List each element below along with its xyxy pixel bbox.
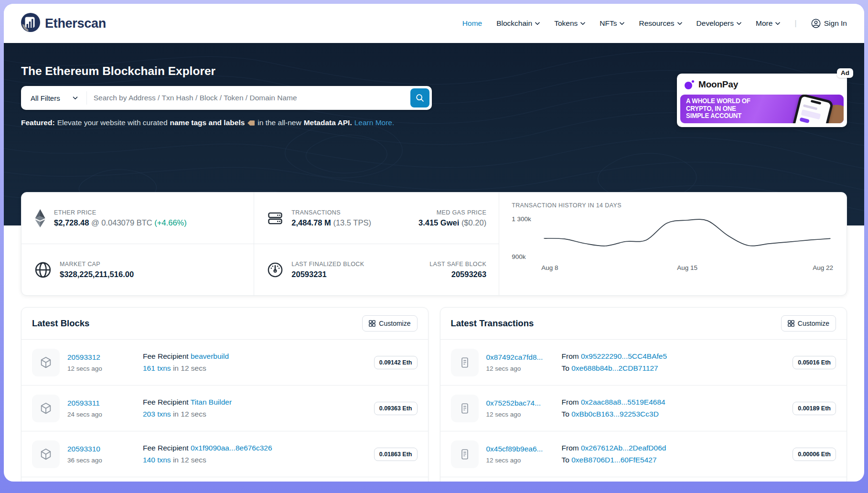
block-number-link[interactable]: 20593311 [67, 399, 100, 407]
block-time: 24 secs ago [67, 411, 143, 418]
customize-blocks-button[interactable]: Customize [362, 315, 417, 332]
last-finalized-block-value[interactable]: 20593231 [291, 270, 364, 279]
chart-title: TRANSACTION HISTORY IN 14 DAYS [512, 202, 833, 209]
block-row: 20593312 12 secs ago Fee Recipient beave… [21, 340, 428, 386]
txn-amount-badge: 0.00189 Eth [793, 402, 836, 415]
block-txns-link[interactable]: 161 txns [143, 364, 171, 372]
featured-label: Featured: [21, 118, 55, 127]
etherscan-logo[interactable]: Etherscan [21, 13, 106, 34]
nav-more[interactable]: More [756, 19, 780, 28]
brand-name: Etherscan [45, 16, 106, 31]
nav-resources[interactable]: Resources [639, 19, 682, 28]
chevron-down-icon [580, 22, 585, 25]
y-axis-min-label: 900k [512, 253, 525, 260]
search-input[interactable] [87, 94, 410, 102]
txn-time: 12 secs ago [486, 365, 562, 372]
moonpay-ad[interactable]: Ad MoonPay A WHOLE WORLD OF CRYPTO, IN O… [677, 74, 847, 127]
moonpay-logo-icon [684, 79, 695, 90]
network-stats-card: ETHER PRICE $2,728.48 @ 0.043079 BTC (+4… [21, 192, 847, 296]
search-button[interactable] [410, 88, 429, 107]
x-tick-aug15: Aug 15 [677, 264, 697, 271]
ad-phone-image [787, 95, 834, 123]
fee-recipient-link[interactable]: beaverbuild [191, 352, 229, 360]
chart-x-axis: Aug 8 Aug 15 Aug 22 [541, 263, 833, 273]
chevron-down-icon [620, 22, 624, 25]
txn-to-link[interactable]: 0xBb0cB163...92253Cc3D [571, 410, 659, 418]
transaction-history-chart: 1 300k 900k [512, 215, 833, 261]
person-circle-icon [811, 19, 821, 28]
block-reward-badge: 0.01863 Eth [374, 448, 418, 461]
x-tick-aug8: Aug 8 [541, 264, 558, 271]
main-nav: Home Blockchain Tokens NFTs Resources De… [462, 19, 847, 28]
block-number-link[interactable]: 20593310 [67, 445, 100, 453]
stats-column-price: ETHER PRICE $2,728.48 @ 0.043079 BTC (+4… [21, 193, 254, 295]
nav-nfts[interactable]: NFTs [600, 19, 624, 28]
latest-transactions-panel: Latest Transactions Customize 0x87492ca7… [440, 307, 847, 482]
transactions-label: TRANSACTIONS [291, 209, 371, 216]
page-title: The Ethereum Blockchain Explorer [21, 64, 677, 78]
last-finalized-block-label: LAST FINALIZED BLOCK [291, 261, 364, 268]
transaction-document-icon [451, 395, 479, 422]
block-row: 20593310 36 secs ago Fee Recipient 0x1f9… [21, 431, 428, 477]
ethereum-icon [34, 209, 46, 228]
customize-transactions-button[interactable]: Customize [781, 315, 836, 332]
transaction-row: 0x87492ca7fd8... 12 secs ago From 0x9522… [440, 340, 847, 386]
txn-time: 12 secs ago [486, 411, 562, 418]
block-number-link[interactable]: 20593312 [67, 353, 100, 361]
fee-recipient-link[interactable]: 0x1f9090aa...8e676c326 [191, 444, 272, 452]
learn-more-link[interactable]: Learn More. [354, 118, 395, 127]
txn-from-link[interactable]: 0x267612Ab...2DeafD06d [581, 444, 666, 452]
txn-from-link[interactable]: 0x2aac88a8...5519E4684 [581, 398, 665, 406]
transaction-document-icon [451, 349, 479, 376]
latest-blocks-title: Latest Blocks [32, 318, 89, 329]
ether-price-btc: @ 0.043079 BTC [91, 218, 152, 227]
txn-hash-link[interactable]: 0x87492ca7fd8... [486, 353, 543, 361]
nav-home[interactable]: Home [462, 19, 482, 28]
last-safe-block-value[interactable]: 20593263 [429, 270, 486, 279]
blocks-cell: LAST FINALIZED BLOCK 20593231 LAST SAFE … [254, 244, 499, 295]
chevron-down-icon [677, 22, 682, 25]
med-gas-price-label: MED GAS PRICE [418, 209, 486, 216]
ether-price-value: $2,728.48 @ 0.043079 BTC (+4.66%) [54, 218, 187, 227]
moonpay-logo: MoonPay [677, 74, 847, 95]
txn-from-link[interactable]: 0x95222290...5CC4BAfe5 [581, 352, 667, 360]
chart-line [541, 215, 833, 261]
transactions-value: 2,484.78 M (13.5 TPS) [291, 218, 371, 227]
block-row: 20593311 24 secs ago Fee Recipient Titan… [21, 386, 428, 431]
main-content: ETHER PRICE $2,728.48 @ 0.043079 BTC (+4… [4, 192, 864, 482]
fee-recipient-link[interactable]: Titan Builder [191, 398, 232, 406]
transaction-row: 0x45cf89b9ea6... 12 secs ago From 0x2676… [440, 431, 847, 477]
txn-hash-link[interactable]: 0x75252bac74... [486, 399, 541, 407]
panels-row: Latest Blocks Customize 20593312 12 secs… [21, 307, 847, 482]
txn-to-link[interactable]: 0xe688b84b...2CDB71127 [571, 364, 658, 372]
stats-column-chart: TRANSACTION HISTORY IN 14 DAYS 1 300k 90… [499, 193, 847, 295]
transactions-cell: TRANSACTIONS 2,484.78 M (13.5 TPS) MED G… [254, 193, 499, 244]
tag-icon [247, 120, 255, 126]
last-safe-block-label: LAST SAFE BLOCK [429, 261, 486, 268]
market-cap-label: MARKET CAP [60, 261, 134, 268]
block-icon [32, 395, 60, 422]
sign-in-button[interactable]: Sign In [811, 19, 847, 28]
block-time: 36 secs ago [67, 457, 143, 464]
txn-time: 12 secs ago [486, 457, 562, 464]
chevron-down-icon [73, 96, 78, 100]
nav-tokens[interactable]: Tokens [554, 19, 585, 28]
block-txns-link[interactable]: 140 txns [143, 456, 171, 464]
search-icon [415, 93, 425, 103]
block-txns-link[interactable]: 203 txns [143, 410, 171, 418]
page-frame: Etherscan Home Blockchain Tokens NFTs Re… [4, 4, 864, 482]
y-axis-max-label: 1 300k [512, 215, 531, 223]
nav-developers[interactable]: Developers [697, 19, 741, 28]
txn-amount-badge: 0.00006 Eth [793, 448, 836, 461]
block-reward-badge: 0.09363 Eth [374, 402, 418, 415]
search-filter-dropdown[interactable]: All Filters [21, 91, 87, 105]
etherscan-logo-icon [21, 13, 40, 34]
block-icon [32, 440, 60, 468]
market-cap-value[interactable]: $328,225,211,516.00 [60, 270, 134, 279]
ether-price-usd[interactable]: $2,728.48 [54, 218, 89, 227]
txn-hash-link[interactable]: 0x45cf89b9ea6... [486, 445, 543, 453]
txn-to-link[interactable]: 0xeB8706D1...60FfE5427 [571, 456, 656, 464]
block-icon [32, 349, 60, 376]
ether-price-cell: ETHER PRICE $2,728.48 @ 0.043079 BTC (+4… [21, 193, 254, 244]
nav-blockchain[interactable]: Blockchain [496, 19, 540, 28]
